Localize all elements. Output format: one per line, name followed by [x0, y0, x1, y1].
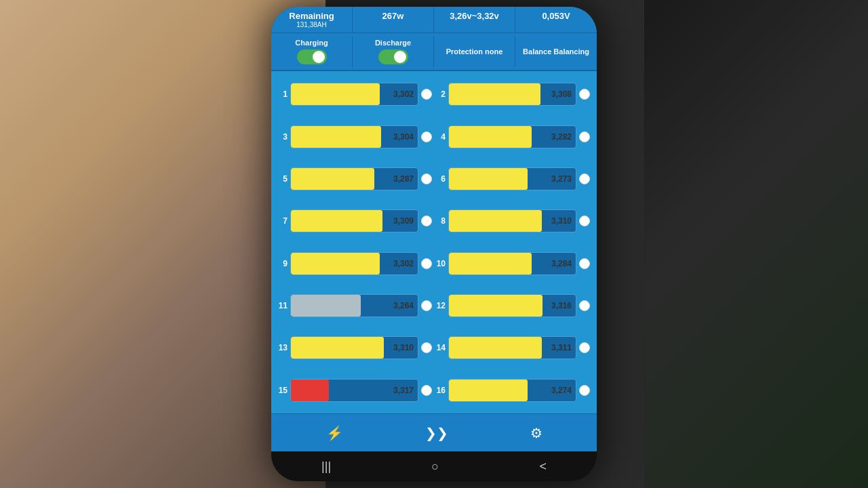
cell-indicator-3	[421, 131, 432, 142]
cell-indicator-5	[421, 174, 432, 184]
diff-voltage-cell: 0,053V	[515, 7, 597, 33]
balance-label: Balance Balancing	[523, 47, 589, 56]
cell-bar-6: 3,273	[448, 167, 576, 190]
discharge-toggle[interactable]	[378, 49, 408, 64]
cell-row: 63,273	[436, 160, 590, 198]
android-nav-bar: ||| ○ <	[271, 451, 597, 481]
app-nav-bar: ⚡ ❯❯ ⚙	[271, 413, 597, 451]
cell-row: 53,287	[278, 160, 432, 198]
protection-status: Protection none	[434, 36, 515, 67]
cell-number-16: 16	[436, 386, 446, 395]
cell-indicator-16	[579, 385, 590, 396]
cell-row: 123,316	[436, 287, 590, 325]
cell-bar-4: 3,282	[448, 125, 576, 148]
diff-voltage-value: 0,053V	[518, 11, 594, 21]
cell-value-3: 3,304	[393, 132, 414, 142]
balance-status: Balance Balancing	[515, 36, 597, 67]
cell-number-3: 3	[278, 132, 288, 142]
cell-number-7: 7	[278, 216, 288, 226]
header-bar: Remaining 131,38AH 267w 3,26v~3,32v 0,05…	[271, 7, 597, 33]
voltage-range-cell: 3,26v~3,32v	[434, 7, 515, 33]
power-cell: 267w	[353, 7, 434, 33]
cell-value-7: 3,309	[393, 216, 414, 226]
cell-indicator-12	[579, 300, 590, 311]
cell-row: 113,264	[278, 287, 432, 325]
remaining-value: 131,38AH	[274, 21, 349, 28]
cell-number-5: 5	[278, 174, 288, 184]
charging-toggle[interactable]	[297, 49, 327, 64]
cells-grid: 13,30223,30833,30443,28253,28763,27373,3…	[271, 71, 597, 413]
cell-row: 93,302	[278, 245, 432, 283]
cell-number-15: 15	[278, 386, 288, 395]
cell-bar-11: 3,264	[290, 294, 418, 317]
cell-indicator-8	[579, 216, 590, 226]
cell-bar-10: 3,284	[448, 252, 576, 275]
cell-number-1: 1	[278, 89, 288, 99]
settings-icon[interactable]: ⚙	[530, 425, 542, 441]
cell-indicator-6	[579, 174, 590, 184]
up-icon[interactable]: ❯❯	[425, 425, 448, 441]
cell-value-16: 3,274	[551, 386, 572, 395]
cell-indicator-4	[579, 131, 590, 142]
cell-indicator-2	[579, 89, 590, 100]
cell-indicator-13	[421, 342, 432, 353]
cell-value-2: 3,308	[551, 89, 572, 99]
cell-row: 163,274	[436, 371, 590, 409]
cell-value-6: 3,273	[551, 174, 572, 184]
cell-row: 133,310	[278, 329, 432, 367]
cell-bar-14: 3,311	[448, 336, 576, 359]
android-home-btn[interactable]: ○	[431, 460, 439, 474]
remaining-cell: Remaining 131,38AH	[271, 7, 353, 33]
cell-bar-13: 3,310	[290, 336, 418, 359]
cell-value-13: 3,310	[393, 343, 414, 352]
cell-bar-2: 3,308	[448, 83, 576, 106]
remaining-label: Remaining	[274, 11, 349, 21]
cell-value-10: 3,284	[551, 259, 572, 268]
cell-bar-15: 3,317	[290, 379, 418, 402]
cell-indicator-15	[421, 385, 432, 396]
android-back-btn[interactable]: <	[539, 460, 547, 474]
cell-row: 143,311	[436, 329, 590, 367]
cell-bar-9: 3,302	[290, 252, 418, 275]
cell-value-5: 3,287	[393, 174, 414, 184]
charging-status: Charging	[271, 36, 353, 67]
cell-value-12: 3,316	[551, 301, 572, 310]
cell-value-8: 3,310	[551, 216, 572, 226]
cell-indicator-7	[421, 216, 432, 226]
cell-number-9: 9	[278, 259, 288, 268]
cell-value-14: 3,311	[551, 343, 572, 352]
cell-bar-5: 3,287	[290, 167, 418, 190]
cell-row: 103,284	[436, 245, 590, 283]
cell-indicator-11	[421, 300, 432, 311]
cell-number-6: 6	[436, 174, 446, 184]
cell-number-11: 11	[278, 301, 288, 310]
cell-row: 73,309	[278, 202, 432, 240]
cell-number-12: 12	[436, 301, 446, 310]
cell-indicator-9	[421, 258, 432, 269]
cell-row: 33,304	[278, 117, 432, 155]
cell-row: 153,317	[278, 371, 432, 409]
cell-value-9: 3,302	[393, 259, 414, 268]
cell-value-4: 3,282	[551, 132, 572, 142]
android-menu-btn[interactable]: |||	[321, 460, 331, 474]
cell-number-13: 13	[278, 343, 288, 352]
voltage-range-value: 3,26v~3,32v	[437, 11, 512, 21]
cell-number-4: 4	[436, 132, 446, 142]
cell-indicator-1	[421, 89, 432, 100]
status-bar: Charging Discharge Protection none Balan…	[271, 33, 597, 71]
phone-device: Remaining 131,38AH 267w 3,26v~3,32v 0,05…	[271, 7, 597, 481]
cell-bar-16: 3,274	[448, 379, 576, 402]
cell-row: 13,302	[278, 75, 432, 113]
cell-indicator-10	[579, 258, 590, 269]
discharge-label: Discharge	[375, 39, 411, 47]
discharge-status: Discharge	[353, 36, 434, 67]
cell-value-1: 3,302	[393, 89, 414, 99]
cell-value-15: 3,317	[393, 386, 414, 395]
waveform-icon[interactable]: ⚡	[326, 425, 343, 441]
cell-bar-3: 3,304	[290, 125, 418, 148]
cell-value-11: 3,264	[393, 301, 414, 310]
cell-bar-7: 3,309	[290, 209, 418, 232]
cell-number-14: 14	[436, 343, 446, 352]
app-screen: Remaining 131,38AH 267w 3,26v~3,32v 0,05…	[271, 7, 597, 451]
cell-bar-12: 3,316	[448, 294, 576, 317]
